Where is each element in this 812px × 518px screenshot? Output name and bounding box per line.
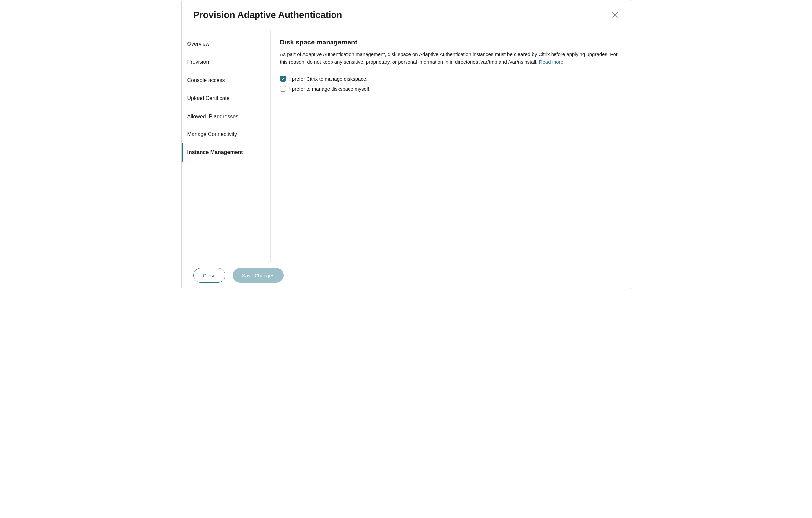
sidebar-item-label: Allowed IP addresses [187,114,239,119]
sidebar-item-label: Instance Management [187,149,243,155]
option-label: I prefer Citrix to manage diskspace. [289,76,368,82]
checkbox-citrix-manage[interactable] [280,76,286,82]
sidebar-item-label: Overview [187,41,210,47]
option-label: I prefer to manage diskspace myself. [289,86,371,92]
close-icon-button[interactable] [609,9,621,21]
option-citrix-manage[interactable]: I prefer Citrix to manage diskspace. [280,76,621,82]
read-more-link[interactable]: Read more [539,59,563,65]
section-description: As part of Adaptive Authentication manag… [280,51,621,66]
dialog-footer: Close Save Changes [181,262,631,289]
provision-dialog: Provision Adaptive Authentication Overvi… [181,0,631,289]
sidebar-item-label: Console access [187,77,225,83]
sidebar-item-console-access[interactable]: Console access [181,72,270,89]
section-title: Disk space management [280,38,621,46]
close-button[interactable]: Close [194,268,225,282]
content-panel: Disk space management As part of Adaptiv… [271,30,631,262]
option-self-manage[interactable]: I prefer to manage diskspace myself. [280,86,621,92]
sidebar-item-label: Provision [187,59,209,65]
check-icon [281,76,285,82]
dialog-body: Overview Provision Console access Upload… [181,30,631,262]
sidebar-item-manage-connectivity[interactable]: Manage Connectivity [181,126,270,143]
sidebar-item-instance-management[interactable]: Instance Management [181,143,270,161]
sidebar-item-overview[interactable]: Overview [181,35,270,53]
sidebar-item-label: Manage Connectivity [187,132,237,137]
sidebar-item-upload-certificate[interactable]: Upload Certificate [181,89,270,107]
section-desc-text: As part of Adaptive Authentication manag… [280,52,617,65]
sidebar-item-provision[interactable]: Provision [181,53,270,71]
dialog-header: Provision Adaptive Authentication [181,0,631,30]
sidebar-nav: Overview Provision Console access Upload… [181,30,271,262]
close-icon [611,10,619,20]
sidebar-item-allowed-ip-addresses[interactable]: Allowed IP addresses [181,108,270,126]
save-changes-button[interactable]: Save Changes [233,268,284,282]
checkbox-self-manage[interactable] [280,86,286,92]
sidebar-item-label: Upload Certificate [187,95,230,101]
dialog-title: Provision Adaptive Authentication [194,10,343,20]
